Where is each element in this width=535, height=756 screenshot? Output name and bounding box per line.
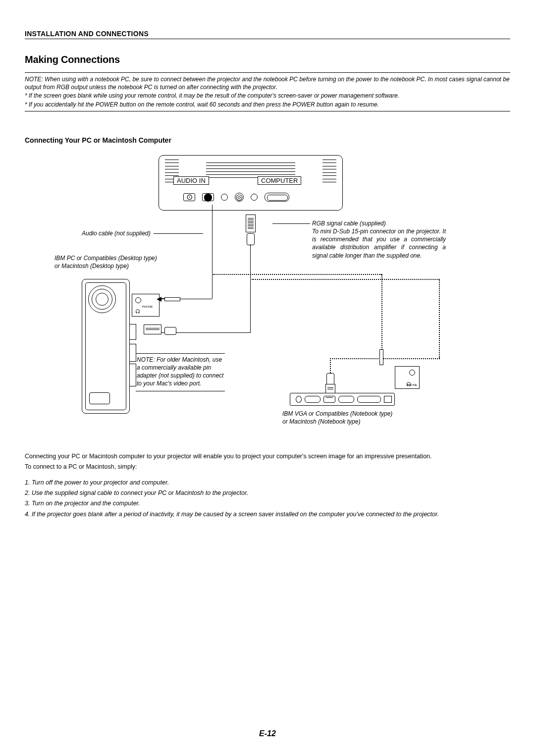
svideo-port-icon: ⊙: [183, 193, 195, 201]
body-text: Connecting your PC or Macintosh computer…: [25, 452, 510, 520]
port-icon: [296, 396, 302, 403]
vga-port-icon: [265, 193, 289, 202]
audio-jack-icon: [221, 194, 228, 201]
audio-jack-icon: ◎: [235, 193, 244, 202]
list-item: 3. Turn on the projector and the compute…: [25, 498, 510, 509]
vent-icon: [322, 160, 336, 182]
ferrite-core-icon: [247, 233, 255, 245]
port-label-audio: AUDIO IN: [173, 176, 209, 185]
note-text: When using with a notebook PC, be sure t…: [25, 76, 510, 91]
cable-dashed: [252, 279, 440, 280]
list-item: 1. Turn off the power to your projector …: [25, 478, 510, 488]
list-item: 4. If the projector goes blank after a p…: [25, 509, 510, 520]
port-icon: [357, 396, 381, 403]
headphone-icon: 🎧: [135, 309, 140, 314]
subheading: Connecting Your PC or Macintosh Computer: [25, 136, 510, 144]
desktop-pc-icon: [82, 279, 130, 414]
phone-jack-panel: 🎧 PHONE: [132, 294, 160, 317]
cable-line: [250, 244, 251, 278]
vga-connector-icon: [325, 384, 335, 394]
ferrite-core-icon: [164, 327, 176, 335]
note-block: NOTE: When using with a notebook PC, be …: [25, 73, 510, 111]
vent-top-icon: [206, 162, 295, 177]
connection-diagram: ⊙ ⬤ ◎ AUDIO IN COMPUTER Audio cable (not…: [25, 155, 510, 432]
port-label-computer: COMPUTER: [258, 176, 301, 185]
cable-dashed: [213, 274, 381, 275]
phone-label: PHONE: [407, 383, 417, 386]
port-icon: [305, 396, 321, 403]
hole-icon: [251, 194, 258, 201]
steps-list: 1. Turn off the power to your projector …: [25, 478, 510, 520]
port-icon: [384, 396, 392, 403]
paragraph: To connect to a PC or Macintosh, simply:: [25, 463, 137, 470]
vga-connector-icon: [246, 215, 256, 232]
vga-connector-icon: [144, 324, 161, 334]
page-number: E-12: [0, 729, 535, 738]
note-bullet: * If the screen goes blank while using y…: [25, 92, 510, 100]
ferrite-core-icon: [326, 373, 334, 385]
cable-line: [149, 332, 251, 333]
video-port-icon: ⬤: [202, 193, 214, 201]
label-rgb-cable: RGB signal cable (supplied) To mini D-Su…: [312, 219, 446, 260]
cable-dashed: [330, 358, 440, 359]
port-icon: [129, 324, 136, 340]
label-notebook: IBM VGA or Compatibles (Notebook type) o…: [282, 410, 421, 426]
phone-label: PHONE: [142, 305, 153, 308]
paragraph: Connecting your PC or Macintosh computer…: [25, 453, 432, 460]
port-row: ⊙ ⬤ ◎: [176, 191, 325, 203]
cable-line: [250, 278, 251, 332]
cable-dashed: [439, 279, 440, 358]
leader-line: [154, 233, 203, 234]
port-icon: [89, 392, 110, 404]
port-icon: [323, 396, 335, 403]
phone-jack-panel: 🎧 PHONE: [395, 366, 420, 389]
divider: [25, 111, 510, 111]
note-bullet: * If you accidentally hit the POWER butt…: [25, 101, 510, 108]
audio-plug-icon: [164, 297, 180, 301]
label-desktop: IBM PC or Compatibles (Desktop type) or …: [54, 254, 183, 270]
notebook-pc-icon: [290, 393, 395, 406]
mac-note: NOTE: For older Macintosh, use a commerc…: [136, 353, 225, 391]
port-icon: [338, 396, 354, 403]
leader-line: [272, 223, 310, 224]
note-label: NOTE:: [25, 76, 43, 83]
fan-icon: [88, 285, 116, 313]
list-item: 2. Use the supplied signal cable to conn…: [25, 488, 510, 498]
audio-plug-icon: [379, 349, 383, 365]
section-title: Making Connections: [25, 54, 510, 65]
cable-line: [212, 205, 213, 299]
port-icon: [129, 344, 136, 362]
cable-dashed: [330, 358, 331, 375]
port-icon: [129, 364, 136, 386]
document-page: INSTALLATION AND CONNECTIONS Making Conn…: [0, 0, 535, 756]
running-head: INSTALLATION AND CONNECTIONS: [25, 30, 510, 39]
